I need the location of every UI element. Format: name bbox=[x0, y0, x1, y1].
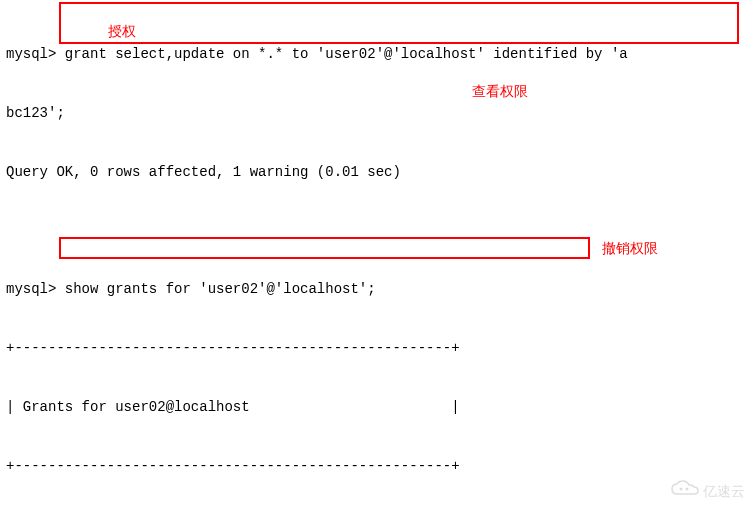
watermark-text: 亿速云 bbox=[703, 482, 745, 502]
terminal-line: +---------------------------------------… bbox=[6, 457, 749, 477]
watermark: 亿速云 bbox=[671, 480, 745, 504]
terminal-line: Query OK, 0 rows affected, 1 warning (0.… bbox=[6, 163, 749, 183]
terminal-line: mysql> grant select,update on *.* to 'us… bbox=[6, 45, 749, 65]
terminal-output: mysql> grant select,update on *.* to 'us… bbox=[6, 6, 749, 514]
svg-point-1 bbox=[686, 488, 689, 491]
terminal-line: +---------------------------------------… bbox=[6, 339, 749, 359]
terminal-line: bc123'; bbox=[6, 104, 749, 124]
cloud-icon bbox=[671, 480, 699, 504]
terminal-line bbox=[6, 222, 749, 242]
terminal-line: | Grants for user02@localhost | bbox=[6, 398, 749, 418]
svg-point-0 bbox=[680, 488, 683, 491]
terminal-line: mysql> show grants for 'user02'@'localho… bbox=[6, 280, 749, 300]
